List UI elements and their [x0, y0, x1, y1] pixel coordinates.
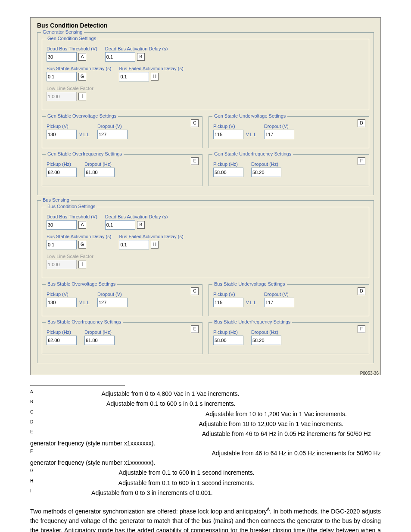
note-c: C Adjustable from 10 to 1,200 Vac in 1 V…: [30, 409, 381, 419]
tag-e: E: [191, 325, 199, 333]
gen-low-line-field: Low Line Scale Factor I: [47, 86, 93, 101]
tag-b: B: [137, 221, 145, 229]
gen-stable-delay-label: Bus Stable Activation Delay (s): [47, 66, 111, 71]
bus-underfrequency: Bus Stable Underfrequency Settings F Pic…: [209, 322, 369, 354]
dialog-title: Bus Condition Detection: [37, 22, 374, 29]
gen-stable-delay-field: Bus Stable Activation Delay (s) G: [47, 66, 111, 81]
gen-cond-legend: Gen Condition Settings: [46, 36, 98, 41]
gen-ov-dropout-label: Dropout (V): [97, 124, 128, 129]
tag-d: D: [358, 119, 365, 127]
generator-sensing-group: Generator Sensing Gen Condition Settings…: [37, 32, 374, 195]
bus-uv-dropout-input[interactable]: [264, 298, 294, 307]
note-e: E Adjustable from 46 to 64 Hz in 0.05 Hz…: [30, 429, 381, 448]
gen-uf-pickup-input[interactable]: [213, 168, 243, 177]
tag-g: G: [78, 73, 86, 81]
vll-unit: V L-L: [246, 132, 256, 137]
gen-uv-legend: Gen Stable Undervoltage Settings: [212, 113, 287, 118]
gen-low-line-label: Low Line Scale Factor: [47, 86, 93, 91]
tag-a: A: [78, 221, 86, 229]
gen-ov-pickup-label: Pickup (V): [47, 124, 90, 129]
figure-code: P0053-36: [360, 371, 379, 376]
bus-ov-legend: Bus Stable Overvoltage Settings: [46, 281, 117, 286]
bus-uv-dropout-label: Dropout (V): [264, 292, 294, 297]
bus-uf-pickup-input[interactable]: [213, 336, 243, 345]
gen-dead-thresh-label: Dead Bus Threshold (V): [47, 46, 97, 51]
bus-ov-dropout-label: Dropout (V): [97, 292, 128, 297]
bus-dead-thresh-input[interactable]: [47, 220, 77, 230]
gen-ov-pickup-input[interactable]: [47, 130, 77, 139]
bus-uv-pickup-label: Pickup (V): [213, 292, 256, 297]
gen-ov-legend: Gen Stable Overvoltage Settings: [46, 113, 118, 118]
bus-stable-delay-input[interactable]: [47, 240, 77, 249]
tag-g: G: [78, 241, 86, 249]
bus-uf-pickup-label: Pickup (Hz): [213, 330, 243, 335]
footnotes: A Adjustable from 0 to 4,800 Vac in 1 Va…: [30, 386, 381, 498]
bus-uf-dropout-label: Dropout (Hz): [251, 330, 281, 335]
note-i: I Adjustable from 0 to 3 in increments o…: [30, 488, 381, 498]
bus-condition-dialog: Bus Condition Detection Generator Sensin…: [30, 17, 381, 375]
gen-of-pickup-label: Pickup (Hz): [47, 162, 77, 167]
gen-uv-pickup-input[interactable]: [213, 130, 243, 139]
tag-f: F: [358, 157, 365, 165]
tag-h: H: [151, 73, 159, 81]
bus-of-pickup-label: Pickup (Hz): [47, 330, 77, 335]
generator-sensing-legend: Generator Sensing: [41, 29, 84, 34]
bus-low-line-input: [47, 260, 77, 269]
bus-failed-delay-label: Bus Failed Activation Delay (s): [119, 234, 183, 239]
bus-sensing-legend: Bus Sensing: [41, 197, 71, 202]
note-b: B Adjustable from 0.1 to 600 s in 0.1 s …: [30, 398, 381, 408]
gen-dead-thresh-field: Dead Bus Threshold (V) A: [47, 46, 97, 62]
bus-ov-pickup-label: Pickup (V): [47, 292, 90, 297]
gen-dead-delay-input[interactable]: [105, 52, 135, 62]
gen-of-pickup-input[interactable]: [47, 168, 77, 177]
gen-of-dropout-input[interactable]: [84, 168, 115, 177]
gen-uf-dropout-input[interactable]: [251, 168, 281, 177]
gen-of-dropout-label: Dropout (Hz): [84, 162, 115, 167]
bus-uf-legend: Bus Stable Underfrequency Settings: [212, 319, 292, 324]
gen-uv-dropout-label: Dropout (V): [264, 124, 294, 129]
bus-low-line-label: Low Line Scale Factor: [47, 254, 93, 259]
bus-uf-dropout-input[interactable]: [251, 336, 281, 345]
bus-ov-pickup-input[interactable]: [47, 298, 77, 307]
gen-underfrequency: Gen Stable Underfrequency Settings F Pic…: [209, 154, 369, 186]
tag-i: I: [78, 261, 86, 268]
note-g: G Adjustable from 0.1 to 600 in 1 second…: [30, 467, 381, 477]
bus-stable-delay-label: Bus Stable Activation Delay (s): [47, 234, 111, 239]
note-f: F Adjustable from 46 to 64 Hz in 0.05 Hz…: [30, 448, 381, 467]
gen-failed-delay-input[interactable]: [119, 72, 149, 81]
bus-of-dropout-input[interactable]: [84, 336, 115, 345]
bus-sensing-group: Bus Sensing Bus Condition Settings Dead …: [37, 200, 374, 363]
bus-condition-settings: Bus Condition Settings Dead Bus Threshol…: [42, 207, 369, 278]
gen-ov-dropout-input[interactable]: [97, 130, 128, 139]
gen-uv-dropout-input[interactable]: [264, 130, 294, 139]
gen-failed-delay-label: Bus Failed Activation Delay (s): [119, 66, 183, 71]
note-h: H Adjustable from 0.1 to 600 in 1 second…: [30, 478, 381, 488]
gen-dead-delay-label: Dead Bus Activation Delay (s): [105, 46, 168, 51]
tag-e: E: [191, 157, 199, 165]
tag-b: B: [137, 53, 145, 61]
bus-dead-delay-input[interactable]: [105, 220, 135, 230]
gen-failed-delay-field: Bus Failed Activation Delay (s) H: [119, 66, 183, 81]
bus-failed-delay-input[interactable]: [119, 240, 149, 249]
bus-dead-delay-label: Dead Bus Activation Delay (s): [105, 214, 168, 219]
gen-uf-legend: Gen Stable Underfrequency Settings: [212, 151, 293, 156]
gen-overvoltage: Gen Stable Overvoltage Settings C Pickup…: [42, 116, 202, 148]
gen-low-line-input: [47, 92, 77, 101]
bus-dead-thresh-label: Dead Bus Threshold (V): [47, 214, 97, 219]
bus-of-pickup-input[interactable]: [47, 336, 77, 345]
gen-uf-dropout-label: Dropout (Hz): [251, 162, 281, 167]
gen-stable-delay-input[interactable]: [47, 72, 77, 81]
bus-of-dropout-label: Dropout (Hz): [84, 330, 115, 335]
gen-uf-pickup-label: Pickup (Hz): [213, 162, 243, 167]
gen-dead-thresh-input[interactable]: [47, 52, 77, 62]
vll-unit: V L-L: [79, 132, 90, 137]
note-d: D Adjustable from 10 to 12,000 Vac in 1 …: [30, 419, 381, 429]
bus-uv-legend: Bus Stable Undervoltage Settings: [212, 281, 287, 286]
body-paragraph: Two methods of generator synchronization…: [30, 506, 381, 532]
tag-f: F: [358, 325, 365, 333]
bus-uv-pickup-input[interactable]: [213, 298, 243, 307]
bus-ov-dropout-input[interactable]: [97, 298, 128, 307]
bus-of-legend: Bus Stable Overfrequency Settings: [46, 319, 123, 324]
bus-undervoltage: Bus Stable Undervoltage Settings D Picku…: [209, 284, 369, 316]
gen-of-legend: Gen Stable Overfrequency Settings: [46, 151, 124, 156]
